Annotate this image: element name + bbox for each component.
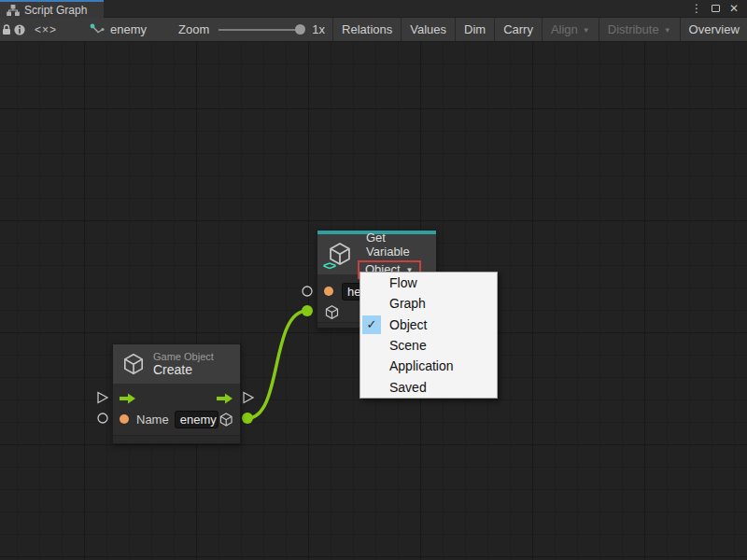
create-gameobject-output-port[interactable] bbox=[242, 413, 253, 424]
graph-toolbar: <×> enemy Zoom 1x Relations Values bbox=[0, 18, 747, 42]
node-header: Game Object Create bbox=[113, 344, 240, 384]
menu-item-scene[interactable]: Scene bbox=[360, 335, 497, 356]
zoom-control: Zoom 1x bbox=[178, 18, 332, 41]
gameobject-cube-icon[interactable] bbox=[218, 412, 233, 427]
hierarchy-icon bbox=[7, 5, 20, 16]
info-button[interactable] bbox=[13, 18, 26, 41]
variable-cube-icon: <> bbox=[323, 238, 355, 272]
window-controls: ⋮ ✕ bbox=[689, 0, 747, 17]
scope-context-menu: Flow Graph ✓ Object Scene Application Sa… bbox=[359, 272, 498, 399]
menu-item-flow[interactable]: Flow bbox=[360, 273, 497, 293]
tab-title: Script Graph bbox=[24, 4, 87, 17]
string-port-dot[interactable] bbox=[324, 287, 333, 296]
flow-port-row bbox=[113, 388, 240, 409]
carry-button[interactable]: Carry bbox=[495, 18, 542, 41]
close-icon[interactable]: ✕ bbox=[726, 1, 741, 16]
node-category: Game Object bbox=[153, 351, 214, 362]
menu-item-graph[interactable]: Graph bbox=[360, 293, 497, 314]
zoom-slider[interactable] bbox=[218, 18, 305, 42]
port-label: Name bbox=[136, 413, 169, 427]
name-input-field[interactable]: enemy bbox=[175, 411, 218, 428]
node-title: Get Variable bbox=[366, 231, 430, 259]
graph-icon bbox=[90, 23, 105, 36]
menu-item-saved[interactable]: Saved bbox=[360, 377, 497, 398]
window-menu-icon[interactable]: ⋮ bbox=[689, 1, 704, 16]
distribute-button[interactable]: Distribute ▼ bbox=[599, 18, 680, 41]
create-flow-input-port[interactable] bbox=[98, 393, 107, 403]
create-name-input-port[interactable] bbox=[98, 413, 107, 423]
gameobject-cube-icon[interactable] bbox=[324, 304, 340, 320]
overview-button[interactable]: Overview bbox=[681, 18, 747, 41]
breadcrumb-label: enemy bbox=[110, 22, 147, 36]
string-port-dot[interactable] bbox=[120, 414, 129, 424]
create-gameobject-node[interactable]: Game Object Create Name enemy bbox=[112, 343, 241, 444]
zoom-value: 1x bbox=[312, 22, 325, 36]
flow-in-arrow-icon[interactable] bbox=[120, 393, 136, 404]
checkmark-icon: ✓ bbox=[362, 315, 381, 334]
zoom-slider-track bbox=[218, 29, 302, 31]
angle-brackets-button[interactable]: <×> bbox=[26, 18, 65, 41]
getvariable-name-input-port[interactable] bbox=[303, 287, 312, 296]
connection-wire[interactable] bbox=[247, 311, 307, 418]
name-port-row: Name enemy bbox=[113, 409, 240, 429]
angle-brackets-icon: <×> bbox=[35, 23, 57, 36]
script-graph-window: Script Graph ⋮ ✕ <×> bbox=[0, 0, 747, 560]
lock-icon bbox=[0, 23, 13, 36]
getvariable-source-input-port[interactable] bbox=[302, 305, 313, 316]
node-body: Name enemy bbox=[113, 384, 240, 435]
breadcrumb[interactable]: enemy bbox=[86, 18, 150, 41]
tab-script-graph[interactable]: Script Graph bbox=[0, 0, 104, 18]
create-flow-output-port[interactable] bbox=[244, 393, 253, 403]
chevron-down-icon: ▼ bbox=[664, 26, 671, 35]
toolbar-buttons: Relations Values Dim Carry Align ▼ Distr… bbox=[332, 18, 747, 41]
title-bar: Script Graph ⋮ ✕ bbox=[0, 0, 747, 18]
node-header: <> Get Variable Object ▼ bbox=[317, 234, 436, 274]
zoom-label: Zoom bbox=[178, 22, 209, 36]
flow-out-arrow-icon[interactable] bbox=[217, 393, 233, 404]
dim-button[interactable]: Dim bbox=[456, 18, 494, 41]
code-brackets-icon: <> bbox=[323, 259, 335, 273]
align-button[interactable]: Align ▼ bbox=[543, 18, 599, 41]
graph-canvas[interactable]: <> Get Variable Object ▼ he bbox=[0, 42, 747, 560]
maximize-icon[interactable] bbox=[708, 1, 723, 16]
chevron-down-icon: ▼ bbox=[583, 26, 590, 35]
lock-button[interactable] bbox=[0, 18, 13, 41]
values-button[interactable]: Values bbox=[402, 18, 455, 41]
node-title: Create bbox=[153, 362, 214, 377]
info-icon bbox=[13, 23, 26, 36]
gameobject-cube-icon bbox=[121, 352, 146, 376]
menu-item-object[interactable]: ✓ Object bbox=[360, 315, 497, 335]
zoom-slider-handle[interactable] bbox=[295, 24, 305, 35]
node-footer bbox=[113, 435, 240, 443]
menu-item-application[interactable]: Application bbox=[360, 356, 497, 376]
relations-button[interactable]: Relations bbox=[333, 18, 401, 41]
